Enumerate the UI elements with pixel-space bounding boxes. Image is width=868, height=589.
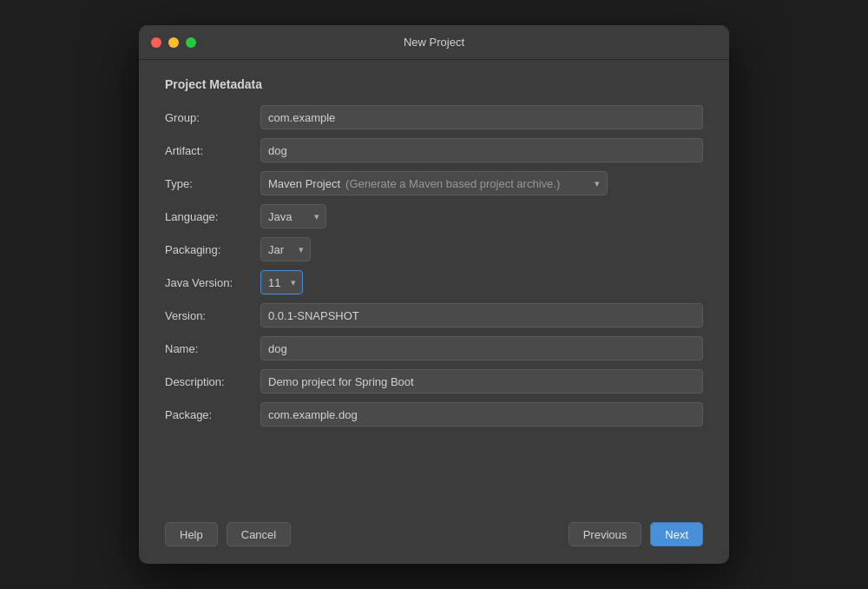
help-button[interactable]: Help: [165, 522, 218, 546]
packaging-select-wrapper: Jar War: [260, 237, 311, 261]
language-select-wrapper: Java Kotlin Groovy: [260, 204, 326, 228]
artifact-label: Artifact:: [165, 144, 260, 157]
close-button[interactable]: [151, 37, 161, 48]
version-row: Version:: [165, 303, 703, 328]
package-row: Package:: [165, 402, 703, 427]
group-row: Group:: [165, 105, 703, 129]
minimize-button[interactable]: [168, 37, 179, 48]
description-row: Description:: [165, 369, 703, 394]
cancel-button[interactable]: Cancel: [227, 522, 291, 546]
artifact-row: Artifact:: [165, 138, 703, 162]
previous-button[interactable]: Previous: [569, 522, 642, 546]
name-row: Name:: [165, 336, 703, 361]
type-desc-text: (Generate a Maven based project archive.…: [345, 177, 560, 190]
language-label: Language:: [165, 210, 260, 223]
java-version-label: Java Version:: [165, 276, 260, 289]
group-input[interactable]: [260, 105, 703, 129]
footer: Help Cancel Previous Next: [139, 508, 729, 564]
type-main-text: Maven Project: [268, 177, 340, 190]
footer-left-buttons: Help Cancel: [165, 522, 291, 546]
language-row: Language: Java Kotlin Groovy: [165, 204, 703, 228]
name-input[interactable]: [260, 336, 703, 361]
project-form: Group: Artifact: Type: Maven Project (Ge…: [165, 105, 703, 491]
packaging-label: Packaging:: [165, 243, 260, 256]
name-label: Name:: [165, 342, 260, 355]
section-title: Project Metadata: [165, 77, 703, 91]
language-select[interactable]: Java Kotlin Groovy: [260, 204, 326, 228]
java-version-select-wrapper: 8 11 17 21: [260, 270, 303, 294]
next-button[interactable]: Next: [650, 522, 703, 546]
content-area: Project Metadata Group: Artifact: Type: …: [139, 60, 729, 508]
artifact-input[interactable]: [260, 138, 703, 162]
version-label: Version:: [165, 309, 260, 322]
java-version-select[interactable]: 8 11 17 21: [260, 270, 303, 294]
packaging-row: Packaging: Jar War: [165, 237, 703, 261]
packaging-select[interactable]: Jar War: [260, 237, 311, 261]
java-version-row: Java Version: 8 11 17 21: [165, 270, 703, 294]
maximize-button[interactable]: [186, 37, 196, 48]
traffic-lights: [151, 37, 196, 48]
package-input[interactable]: [260, 402, 703, 427]
footer-right-buttons: Previous Next: [569, 522, 703, 546]
window-title: New Project: [404, 36, 464, 49]
type-dropdown[interactable]: Maven Project (Generate a Maven based pr…: [260, 171, 608, 195]
title-bar: New Project: [139, 25, 729, 60]
version-input[interactable]: [260, 303, 703, 328]
chevron-down-icon: ▾: [595, 178, 600, 189]
description-input[interactable]: [260, 369, 703, 394]
group-label: Group:: [165, 111, 260, 124]
type-label: Type:: [165, 177, 260, 190]
new-project-window: New Project Project Metadata Group: Arti…: [139, 25, 729, 564]
type-row: Type: Maven Project (Generate a Maven ba…: [165, 171, 703, 195]
package-label: Package:: [165, 408, 260, 421]
description-label: Description:: [165, 375, 260, 388]
